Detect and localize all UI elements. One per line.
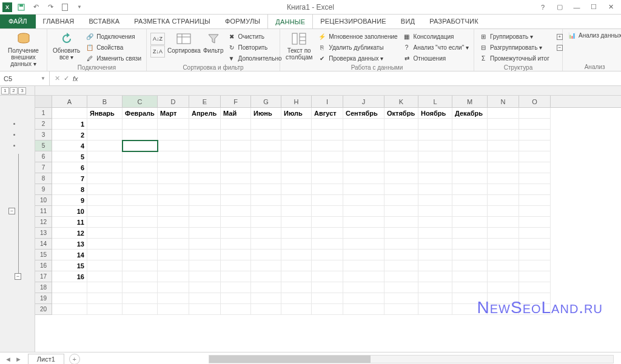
cell-G1[interactable]: Июнь — [251, 108, 281, 119]
cell-C18[interactable] — [123, 282, 158, 293]
cell-A5[interactable]: 4 — [52, 141, 87, 151]
sort-asc-button[interactable]: A↓Z — [150, 33, 165, 45]
cell-D18[interactable] — [158, 282, 189, 293]
cell-D14[interactable] — [158, 239, 189, 250]
cell-O20[interactable] — [519, 304, 551, 315]
cell-D10[interactable] — [158, 195, 189, 206]
cell-H13[interactable] — [281, 228, 312, 239]
cell-A6[interactable]: 5 — [52, 151, 87, 162]
cell-N12[interactable] — [488, 217, 519, 228]
cell-J16[interactable] — [343, 260, 384, 271]
cell-G20[interactable] — [251, 304, 281, 315]
cell-O16[interactable] — [519, 260, 551, 271]
cell-O1[interactable] — [519, 108, 551, 119]
row-header[interactable]: 20 — [35, 304, 52, 315]
sheet-nav-prev-icon[interactable]: ◄ — [5, 356, 12, 363]
cell-H9[interactable] — [281, 184, 312, 195]
cell-F3[interactable] — [221, 130, 251, 141]
cell-E2[interactable] — [189, 119, 221, 130]
get-external-data-button[interactable]: Получение внешних данных ▾ — [4, 30, 43, 68]
column-header-A[interactable]: A — [52, 96, 87, 107]
cell-G14[interactable] — [251, 239, 281, 250]
cell-I9[interactable] — [312, 184, 343, 195]
cell-B20[interactable] — [87, 304, 123, 315]
cell-L14[interactable] — [418, 239, 452, 250]
column-header-G[interactable]: G — [251, 96, 281, 107]
cell-G10[interactable] — [251, 195, 281, 206]
what-if-button[interactable]: ?Анализ "что если" ▾ — [401, 42, 470, 53]
cell-B9[interactable] — [87, 184, 123, 195]
cell-K17[interactable] — [384, 271, 418, 282]
cell-G9[interactable] — [251, 184, 281, 195]
cell-N18[interactable] — [488, 282, 519, 293]
row-header[interactable]: 9 — [35, 184, 52, 195]
cell-E15[interactable] — [189, 250, 221, 260]
row-header[interactable]: 17 — [35, 271, 52, 282]
cell-E13[interactable] — [189, 228, 221, 239]
row-header[interactable]: 2 — [35, 119, 52, 130]
cell-J18[interactable] — [343, 282, 384, 293]
column-header-C[interactable]: C — [123, 96, 158, 107]
outline-level-3[interactable]: 3 — [18, 87, 26, 94]
row-header[interactable]: 12 — [35, 217, 52, 228]
cell-K5[interactable] — [384, 141, 418, 151]
cell-J2[interactable] — [343, 119, 384, 130]
cell-D1[interactable]: Март — [158, 108, 189, 119]
cell-E19[interactable] — [189, 293, 221, 304]
cell-I17[interactable] — [312, 271, 343, 282]
cell-A20[interactable] — [52, 304, 87, 315]
outline-collapse-button[interactable]: − — [8, 208, 15, 214]
cell-N20[interactable] — [488, 304, 519, 315]
cell-M1[interactable]: Декабрь — [452, 108, 488, 119]
cell-E1[interactable]: Апрель — [189, 108, 221, 119]
cell-J15[interactable] — [343, 250, 384, 260]
cell-J12[interactable] — [343, 217, 384, 228]
cell-K11[interactable] — [384, 206, 418, 217]
cell-H5[interactable] — [281, 141, 312, 151]
tab-главная[interactable]: ГЛАВНАЯ — [36, 14, 82, 28]
cell-K8[interactable] — [384, 173, 418, 184]
name-box[interactable]: C5▼ — [0, 71, 50, 85]
cell-M11[interactable] — [452, 206, 488, 217]
cell-G17[interactable] — [251, 271, 281, 282]
cell-L3[interactable] — [418, 130, 452, 141]
cell-N10[interactable] — [488, 195, 519, 206]
column-header-M[interactable]: M — [452, 96, 488, 107]
cell-A16[interactable]: 15 — [52, 260, 87, 271]
column-header-H[interactable]: H — [281, 96, 312, 107]
outline-level-1[interactable]: 1 — [1, 87, 9, 94]
cell-E9[interactable] — [189, 184, 221, 195]
cell-O5[interactable] — [519, 141, 551, 151]
cell-G7[interactable] — [251, 162, 281, 173]
remove-duplicates-button[interactable]: ⎘Удалить дубликаты — [317, 42, 398, 53]
row-header[interactable]: 1 — [35, 108, 52, 119]
cell-N6[interactable] — [488, 151, 519, 162]
cell-F19[interactable] — [221, 293, 251, 304]
cell-N16[interactable] — [488, 260, 519, 271]
cell-F8[interactable] — [221, 173, 251, 184]
cell-A19[interactable] — [52, 293, 87, 304]
cell-A17[interactable]: 16 — [52, 271, 87, 282]
tab-разметка страницы[interactable]: РАЗМЕТКА СТРАНИЦЫ — [127, 14, 218, 28]
cell-M8[interactable] — [452, 173, 488, 184]
cell-M19[interactable] — [452, 293, 488, 304]
cell-B5[interactable] — [87, 141, 123, 151]
cell-G6[interactable] — [251, 151, 281, 162]
cell-C19[interactable] — [123, 293, 158, 304]
cell-C10[interactable] — [123, 195, 158, 206]
row-header[interactable]: 8 — [35, 173, 52, 184]
cell-H19[interactable] — [281, 293, 312, 304]
cell-B6[interactable] — [87, 151, 123, 162]
cell-K12[interactable] — [384, 217, 418, 228]
cell-K20[interactable] — [384, 304, 418, 315]
cell-E5[interactable] — [189, 141, 221, 151]
cell-H20[interactable] — [281, 304, 312, 315]
redo-icon[interactable]: ↷ — [45, 2, 56, 13]
cell-M12[interactable] — [452, 217, 488, 228]
cell-B19[interactable] — [87, 293, 123, 304]
cell-F7[interactable] — [221, 162, 251, 173]
cell-B14[interactable] — [87, 239, 123, 250]
cell-B7[interactable] — [87, 162, 123, 173]
cell-E12[interactable] — [189, 217, 221, 228]
sheet-tab[interactable]: Лист1 — [28, 354, 64, 364]
